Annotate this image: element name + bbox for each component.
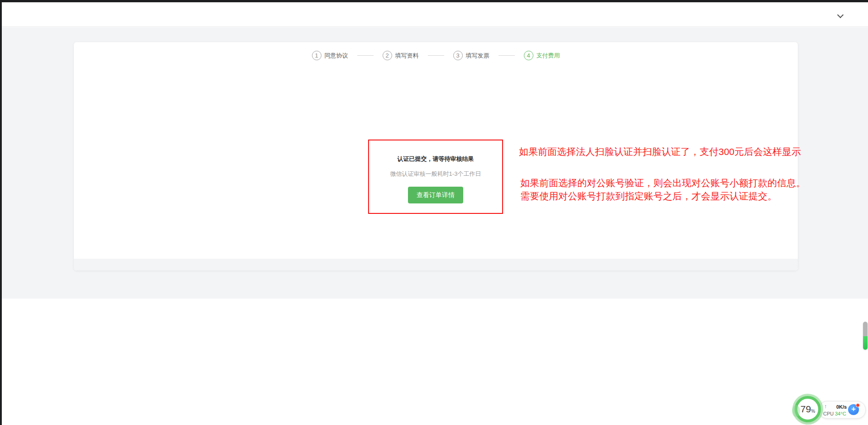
step-fill-info: 2 填写资料 (383, 51, 419, 60)
collapse-header-button[interactable] (835, 10, 846, 21)
stepper: 1 同意协议 2 填写资料 3 填写发票 4 支付费用 (312, 51, 560, 60)
step-agree-agreement: 1 同意协议 (312, 51, 348, 60)
step-number: 2 (383, 51, 392, 60)
step-number: 1 (312, 51, 321, 60)
cpu-temperature-value: 34°C (835, 411, 846, 416)
view-order-details-button[interactable]: 查看订单详情 (408, 187, 463, 203)
step-number: 4 (524, 51, 533, 60)
step-label: 填写资料 (395, 52, 419, 60)
percent-sign: % (811, 409, 815, 414)
result-title: 认证已提交，请等待审核结果 (369, 155, 502, 163)
annotation-face-scan: 如果前面选择法人扫脸认证并扫脸认证了，支付300元后会这样显示 (519, 145, 801, 158)
step-divider (357, 55, 374, 56)
network-speed-value: 0K/s (836, 404, 847, 410)
step-pay-fee: 4 支付费用 (524, 51, 560, 60)
screen: 1 同意协议 2 填写资料 3 填写发票 4 支付费用 认证已提交，请等待审核结… (0, 0, 868, 425)
step-label: 填写发票 (466, 52, 489, 60)
card-footer-strip (74, 259, 798, 270)
chevron-down-icon (837, 12, 844, 18)
result-subtitle: 微信认证审核一般耗时1-3个工作日 (369, 170, 502, 178)
cpu-label: CPU (823, 411, 834, 416)
step-fill-invoice: 3 填写发票 (453, 51, 489, 60)
plus-icon: + (851, 405, 856, 413)
step-divider (428, 55, 444, 56)
add-button[interactable]: + (848, 404, 859, 415)
notification-dot (856, 403, 860, 407)
header-bar (2, 2, 868, 27)
memory-percent-value: 79 (801, 404, 811, 415)
edge-bar-gray-segment (863, 322, 868, 336)
step-label: 同意协议 (325, 52, 348, 60)
memory-usage-ring[interactable]: 79 % (795, 396, 821, 422)
edge-bar-green-segment (863, 336, 868, 350)
step-divider (499, 55, 515, 56)
annotation-line: 需要使用对公账号打款到指定账号之后，才会显示认证提交。 (520, 189, 806, 203)
annotation-corporate-account: 如果前面选择的对公账号验证，则会出现对公账号小额打款的信息。 需要使用对公账号打… (520, 176, 806, 203)
step-number: 3 (453, 51, 463, 60)
annotation-line: 如果前面选择的对公账号验证，则会出现对公账号小额打款的信息。 (520, 176, 806, 189)
screen-edge-indicator-bar[interactable] (863, 322, 868, 350)
submission-result-box: 认证已提交，请等待审核结果 微信认证审核一般耗时1-3个工作日 查看订单详情 (368, 140, 503, 214)
upload-arrow-icon: ↑ (824, 403, 827, 410)
step-label: 支付费用 (537, 52, 560, 60)
system-monitor-pill[interactable]: ↑ 0K/s CPU 34°C + (819, 401, 866, 419)
